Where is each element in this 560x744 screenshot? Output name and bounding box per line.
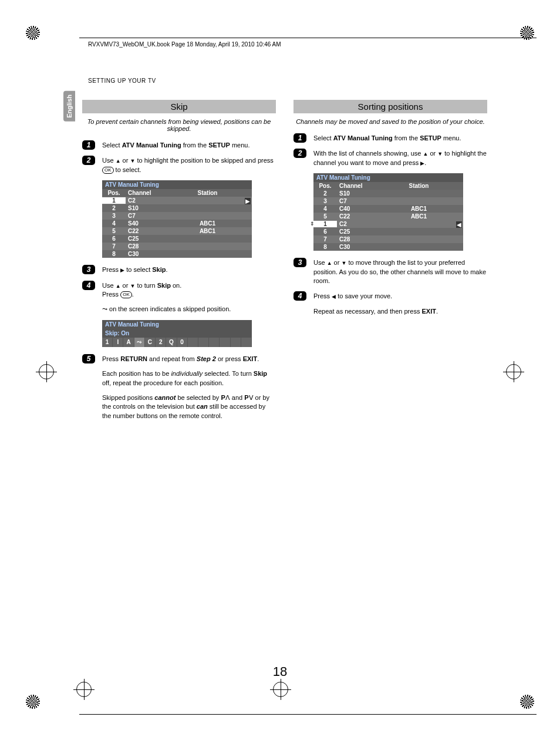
step-4: 4 Use ▲ or ▼ to turn Skip on. Press OK. <box>82 281 276 299</box>
step-2: 2 With the list of channels showing, use… <box>294 149 487 167</box>
step-number-icon: 5 <box>82 354 95 363</box>
heading-sorting: Sorting positions <box>294 100 487 113</box>
step-3: 3 Press ▶ to select Skip. <box>82 265 276 274</box>
intro-skip: To prevent certain channels from being v… <box>82 118 276 132</box>
osd-row: 8C30 <box>313 243 463 251</box>
osd-row: 1C2▶ <box>102 197 252 204</box>
step-text: Select ATV Manual Tuning from the SETUP … <box>313 133 487 143</box>
heading-skip: Skip <box>82 100 276 113</box>
skip-indicator-icon: ⤳ <box>102 305 107 312</box>
osd-table-sort: ATV Manual Tuning Pos.ChannelStation 2S1… <box>313 173 463 251</box>
intro-sorting: Channels may be moved and saved to the p… <box>294 118 487 125</box>
up-arrow-icon: ▲ <box>116 158 121 164</box>
column-sorting: Sorting positions Channels may be moved … <box>294 100 487 426</box>
osd-row: 3C7 <box>313 197 463 205</box>
page-number: 18 <box>0 664 560 679</box>
osd-title: ATV Manual Tuning <box>102 180 252 189</box>
step-text: Use ▲ or ▼ to turn Skip on. Press OK. <box>102 281 276 299</box>
paragraph: Skipped positions cannot be selected by … <box>102 393 276 420</box>
bottom-rule <box>79 714 537 715</box>
step-number-icon: 3 <box>82 265 95 274</box>
ok-button-icon: OK <box>120 291 132 298</box>
osd-header: Pos.ChannelStation <box>313 182 463 190</box>
osd-row: 8C30 <box>102 250 252 258</box>
reg-mark-icon <box>520 695 534 709</box>
step-number-icon: 4 <box>82 281 95 290</box>
step-text: Use ▲ or ▼ to move through the list to y… <box>313 258 487 285</box>
osd-row: 6C25 <box>313 228 463 235</box>
left-arrow-icon: ◀ <box>456 221 462 228</box>
osd-title: ATV Manual Tuning <box>313 173 463 182</box>
p-up-icon: ᐱ <box>225 394 230 401</box>
step-4: 4 Press ◀ to save your move. <box>294 291 487 301</box>
step-text: Press ▶ to select Skip. <box>102 265 276 274</box>
osd-row: 5C22ABC1 <box>313 213 463 220</box>
step-2: 2 Use ▲ or ▼ to highlight the position t… <box>82 156 276 174</box>
osd-row-selected: ⇕1C2◀ <box>313 220 463 228</box>
file-header: RVXVMV73_WebOM_UK.book Page 18 Monday, A… <box>88 41 281 48</box>
paragraph: Repeat as necessary, and then press EXIT… <box>313 307 487 316</box>
reg-mark-icon <box>26 695 40 709</box>
step-text: Press ◀ to save your move. <box>313 291 487 301</box>
reg-mark-icon <box>39 364 54 379</box>
step-text: With the list of channels showing, use ▲… <box>313 149 487 167</box>
step-number-icon: 2 <box>82 156 95 165</box>
osd-table-skip: ATV Manual Tuning Pos.ChannelStation 1C2… <box>102 180 252 258</box>
step-text: Select ATV Manual Tuning from the SETUP … <box>102 140 276 150</box>
osd-row: 7C28 <box>102 243 252 250</box>
step-1: 1 Select ATV Manual Tuning from the SETU… <box>294 133 487 143</box>
step-1: 1 Select ATV Manual Tuning from the SETU… <box>82 140 276 150</box>
osd-row: 4C40ABC1 <box>313 205 463 213</box>
step-5: 5 Press RETURN and repeat from Step 2 or… <box>82 354 276 363</box>
osd-row: 4S40ABC1 <box>102 220 252 227</box>
paragraph: Each position has to be individually sel… <box>102 369 276 388</box>
step-text: Press RETURN and repeat from Step 2 or p… <box>102 354 276 363</box>
top-rule <box>79 38 537 38</box>
content-area: Skip To prevent certain channels from be… <box>82 100 495 426</box>
section-title: SETTING UP YOUR TV <box>88 78 156 84</box>
p-down-icon: ᐯ <box>249 394 254 401</box>
step-3: 3 Use ▲ or ▼ to move through the list to… <box>294 258 487 285</box>
page: RVXVMV73_WebOM_UK.book Page 18 Monday, A… <box>0 0 560 744</box>
skip-indicator-icon: ⤳ <box>134 338 145 347</box>
osd-row: 2S10 <box>313 190 463 197</box>
step-number-icon: 4 <box>294 291 306 301</box>
reg-mark-icon <box>26 26 40 40</box>
osd-row: 5C22ABC1 <box>102 227 252 235</box>
move-handle-icon: ⇕ <box>310 221 315 227</box>
skip-status: Skip: On <box>102 329 252 338</box>
osd-row: 3C7 <box>102 212 252 220</box>
skip-note: ⤳ on the screen indicates a skipped posi… <box>102 305 276 314</box>
osd-skip-detail: ATV Manual Tuning Skip: On 1IA⤳C2Q0 <box>102 320 252 347</box>
step-number-icon: 1 <box>82 140 95 150</box>
ok-button-icon: OK <box>102 167 114 174</box>
reg-mark-icon <box>76 682 92 697</box>
column-skip: Skip To prevent certain channels from be… <box>82 100 276 426</box>
step-number-icon: 1 <box>294 133 306 143</box>
step-text: Use ▲ or ▼ to highlight the position to … <box>102 156 276 174</box>
step-number-icon: 3 <box>294 258 306 267</box>
reg-mark-icon <box>273 682 288 697</box>
osd-row: 7C28 <box>313 235 463 243</box>
up-arrow-icon: ▲ <box>327 260 332 266</box>
osd-row: 2S10 <box>102 204 252 212</box>
skip-cells: 1IA⤳C2Q0 <box>102 338 252 347</box>
step-number-icon: 2 <box>294 149 306 158</box>
osd-header: Pos.ChannelStation <box>102 189 252 197</box>
right-arrow-icon: ▶ <box>245 198 251 204</box>
osd-row: 6C25 <box>102 235 252 243</box>
osd-title: ATV Manual Tuning <box>102 320 252 329</box>
language-tab: English <box>63 91 75 122</box>
up-arrow-icon: ▲ <box>116 283 121 289</box>
reg-mark-icon <box>506 364 521 379</box>
down-arrow-icon: ▼ <box>437 151 443 157</box>
